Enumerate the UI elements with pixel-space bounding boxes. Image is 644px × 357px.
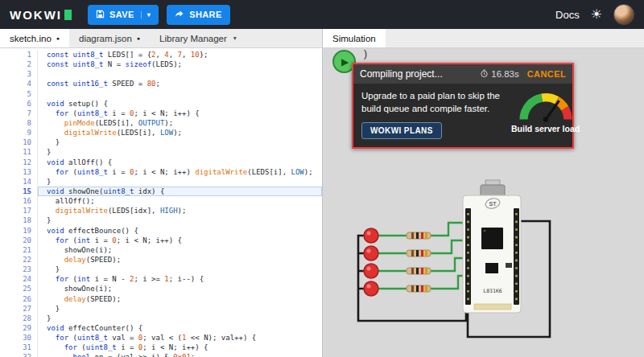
simulation-panel: ▶ ) Compiling project... 16.83s CANCEL — [322, 48, 644, 357]
code-text[interactable]: bool on = (val >> i) & 0x01; — [38, 352, 322, 357]
code-text[interactable]: } — [38, 265, 322, 274]
code-line-31[interactable]: 31 for (uint8_t i = 0; i < N; i++) { — [0, 343, 322, 352]
code-line-4[interactable]: 4const uint16_t SPEED = 80; — [0, 79, 322, 88]
tab-label: Library Manager — [159, 34, 227, 43]
resistor-3[interactable] — [407, 268, 431, 274]
code-text[interactable]: for (uint8_t i = 0; i < N; i++) { — [38, 109, 322, 118]
code-line-7[interactable]: 7 for (uint8_t i = 0; i < N; i++) { — [0, 109, 322, 118]
tab-diagram-json[interactable]: diagram.json ● — [69, 29, 150, 47]
code-line-24[interactable]: 24 for (int i = N - 2; i >= 1; i--) { — [0, 274, 322, 284]
code-line-18[interactable]: 18} — [0, 215, 322, 225]
code-line-25[interactable]: 25 showOne(i); — [0, 284, 322, 293]
wokwi-logo[interactable]: WOKWI — [10, 8, 72, 22]
code-line-1[interactable]: 1const uint8_t LEDS[] = {2, 4, 7, 10}; — [0, 50, 322, 60]
code-text[interactable]: for (uint8_t i = 0; i < N; i++) { — [38, 343, 322, 352]
circuit-diagram[interactable]: ST L031K6 — [347, 179, 606, 357]
code-line-30[interactable]: 30 for (uint8_t val = 0; val < (1 << N);… — [0, 333, 322, 343]
resistor-1[interactable] — [407, 232, 431, 239]
code-text[interactable]: showOne(i); — [38, 284, 322, 293]
code-line-10[interactable]: 10 } — [0, 137, 322, 147]
code-line-21[interactable]: 21 showOne(i); — [0, 245, 322, 255]
stm32-board[interactable] — [463, 195, 521, 313]
save-dropdown-caret-icon[interactable]: ▾ — [141, 11, 151, 18]
code-line-32[interactable]: 32 bool on = (val >> i) & 0x01; — [0, 352, 322, 357]
code-text[interactable]: } — [38, 177, 322, 187]
notification-left: Upgrade to a paid plan to skip the build… — [361, 90, 506, 139]
resistor-2[interactable] — [407, 250, 431, 256]
tab-sketch-ino[interactable]: sketch.ino ● — [0, 29, 69, 47]
resistor-4[interactable] — [407, 285, 431, 292]
line-number: 2 — [0, 60, 38, 69]
code-text[interactable]: const uint8_t N = sizeof(LEDS); — [38, 60, 322, 69]
tab-library-manager[interactable]: Library Manager ▾ — [150, 29, 246, 47]
code-line-14[interactable]: 14} — [0, 177, 322, 187]
led-resistor-wires[interactable] — [378, 236, 407, 289]
code-text[interactable]: for (int i = 0; i < N; i++) { — [38, 236, 322, 245]
code-text[interactable]: showOne(i); — [38, 245, 322, 255]
share-button[interactable]: SHARE — [167, 5, 230, 25]
code-line-3[interactable]: 3 — [0, 69, 322, 79]
code-text[interactable]: for (uint8_t i = 0; i < N; i++) digitalW… — [38, 167, 322, 177]
line-number: 29 — [0, 323, 38, 333]
code-text[interactable]: void showOne(uint8_t idx) { — [38, 187, 322, 196]
led-2[interactable] — [364, 246, 378, 261]
code-line-15[interactable]: 15void showOne(uint8_t idx) { — [0, 187, 322, 196]
led-3[interactable] — [364, 264, 378, 278]
code-line-12[interactable]: 12void allOff() { — [0, 158, 322, 167]
code-line-5[interactable]: 5 — [0, 89, 322, 99]
code-text[interactable]: void effectBounce() { — [38, 226, 322, 236]
code-text[interactable] — [38, 89, 322, 99]
docs-link[interactable]: Docs — [555, 9, 580, 21]
user-avatar[interactable] — [613, 4, 634, 25]
wokwi-plans-button[interactable]: WOKWI PLANS — [361, 122, 442, 139]
code-text[interactable]: pinMode(LEDS[i], OUTPUT); — [38, 118, 322, 128]
code-line-17[interactable]: 17 digitalWrite(LEDS[idx], HIGH); — [0, 206, 322, 215]
code-text[interactable]: const uint16_t SPEED = 80; — [38, 79, 322, 88]
code-text[interactable]: } — [38, 147, 322, 157]
tab-simulation[interactable]: Simulation — [323, 29, 386, 47]
code-text[interactable]: delay(SPEED); — [38, 294, 322, 304]
code-text[interactable]: } — [38, 215, 322, 225]
save-button[interactable]: SAVE ▾ — [88, 5, 159, 25]
code-text[interactable]: digitalWrite(LEDS[idx], HIGH); — [38, 206, 322, 215]
theme-toggle-sun-icon[interactable]: ☀ — [591, 8, 602, 21]
code-text[interactable] — [38, 69, 322, 79]
signal-wire-3[interactable] — [431, 258, 465, 271]
signal-wire-1[interactable] — [431, 223, 465, 236]
unsaved-dot-icon: ● — [56, 35, 60, 41]
code-text[interactable]: void allOff() { — [38, 158, 322, 167]
signal-wire-4[interactable] — [431, 276, 465, 289]
code-line-9[interactable]: 9 digitalWrite(LEDS[i], LOW); — [0, 128, 322, 137]
code-line-11[interactable]: 11} — [0, 147, 322, 157]
code-text[interactable]: digitalWrite(LEDS[i], LOW); — [38, 128, 322, 137]
code-line-13[interactable]: 13 for (uint8_t i = 0; i < N; i++) digit… — [0, 167, 322, 177]
code-text[interactable]: } — [38, 137, 322, 147]
code-line-22[interactable]: 22 delay(SPEED); — [0, 255, 322, 265]
code-line-27[interactable]: 27 } — [0, 304, 322, 314]
code-text[interactable]: } — [38, 314, 322, 323]
code-line-2[interactable]: 2const uint8_t N = sizeof(LEDS); — [0, 60, 322, 69]
code-line-20[interactable]: 20 for (int i = 0; i < N; i++) { — [0, 236, 322, 245]
signal-wire-2[interactable] — [431, 240, 465, 253]
led-4[interactable] — [364, 281, 378, 296]
code-text[interactable]: for (uint8_t val = 0; val < (1 << N); va… — [38, 333, 322, 343]
code-text[interactable]: for (int i = N - 2; i >= 1; i--) { — [38, 274, 322, 284]
code-editor[interactable]: 1const uint8_t LEDS[] = {2, 4, 7, 10};2c… — [0, 48, 322, 357]
code-text[interactable]: void effectCounter() { — [38, 323, 322, 333]
code-text[interactable]: const uint8_t LEDS[] = {2, 4, 7, 10}; — [38, 50, 322, 60]
line-number: 14 — [0, 177, 38, 187]
code-line-8[interactable]: 8 pinMode(LEDS[i], OUTPUT); — [0, 118, 322, 128]
cancel-button[interactable]: CANCEL — [527, 69, 566, 79]
code-line-26[interactable]: 26 delay(SPEED); — [0, 294, 322, 304]
code-line-29[interactable]: 29void effectCounter() { — [0, 323, 322, 333]
code-line-23[interactable]: 23 } — [0, 265, 322, 274]
code-line-16[interactable]: 16 allOff(); — [0, 196, 322, 206]
led-1[interactable] — [364, 228, 378, 243]
code-line-6[interactable]: 6void setup() { — [0, 99, 322, 109]
code-line-28[interactable]: 28} — [0, 314, 322, 323]
code-text[interactable]: allOff(); — [38, 196, 322, 206]
code-line-19[interactable]: 19void effectBounce() { — [0, 226, 322, 236]
code-text[interactable]: delay(SPEED); — [38, 255, 322, 265]
code-text[interactable]: void setup() { — [38, 99, 322, 109]
code-text[interactable]: } — [38, 304, 322, 314]
